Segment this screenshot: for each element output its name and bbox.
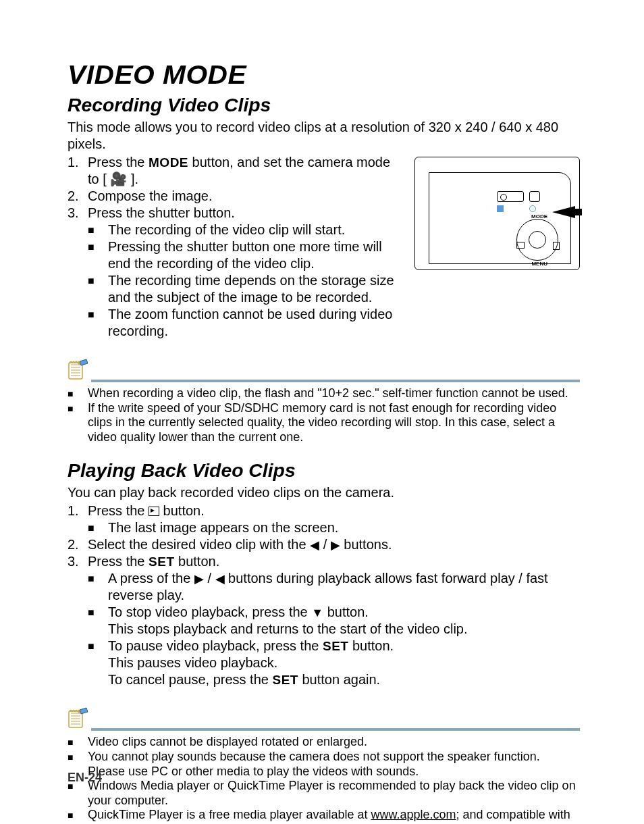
right-arrow-icon: ▶ [194, 572, 204, 586]
section-heading-playback: Playing Back Video Clips [68, 461, 606, 482]
step-text: Press the [88, 155, 149, 170]
left-arrow-icon: ◀ [215, 572, 225, 586]
set-button-label: SET [323, 639, 348, 653]
playback-icon [149, 507, 159, 516]
bullet-text: button again. [298, 672, 380, 687]
sub-bullet: A press of the ▶ / ◀ buttons during play… [88, 570, 580, 604]
mode-button-label: MODE [149, 155, 188, 170]
bullet-text: button. [323, 604, 369, 619]
camera-diagram: MODE MENU [414, 157, 580, 270]
pointer-arrow-icon [552, 206, 575, 218]
note-item: You cannot play sounds because the camer… [68, 750, 580, 779]
step-text: button. [159, 503, 205, 518]
sub-bullet: The recording time depends on the storag… [88, 272, 401, 306]
bullet-text: To stop video playback, press the [108, 604, 311, 619]
page-title: VIDEO MODE [68, 61, 616, 90]
step-2: 2. Select the desired video clip with th… [68, 536, 580, 553]
sub-bullet: The recording of the video clip will sta… [88, 222, 401, 238]
step3-sub-bullets: The recording of the video clip will sta… [88, 222, 401, 340]
flash-icon [529, 191, 540, 202]
left-arrow-icon: ◀ [310, 538, 319, 552]
menu-label: MENU [531, 261, 547, 267]
lens-icon [529, 205, 536, 212]
right-arrow-icon: ▶ [331, 538, 340, 552]
dial-center-icon [529, 231, 546, 249]
note-item: QuickTime Player is a free media player … [68, 808, 580, 824]
note-item: When recording a video clip, the flash a… [68, 386, 580, 401]
bullet-text: A press of the [108, 571, 194, 586]
step-number: 3. [68, 205, 79, 222]
step-text: Press the shutter button. [88, 205, 235, 220]
step-1: 1. Press the button. The last image appe… [68, 503, 580, 536]
step-text: ]. [127, 172, 138, 186]
sub-bullet: To pause video playback, press the SET b… [88, 638, 580, 688]
step-text: button. [175, 554, 220, 569]
playback-steps: 1. Press the button. The last image appe… [68, 503, 580, 688]
bullet-text: This pauses video playback. [108, 655, 277, 670]
note-notepad-icon [68, 359, 88, 380]
section-heading-recording: Recording Video Clips [68, 95, 606, 116]
set-button-label: SET [149, 555, 174, 569]
step-number: 2. [68, 188, 79, 205]
note-item: Windows Media player or QuickTime Player… [68, 779, 580, 808]
step-text: Press the [88, 554, 149, 569]
recording-steps: 1. Press the MODE button, and set the ca… [68, 154, 401, 340]
dial-icon [516, 219, 558, 261]
note-divider [91, 380, 580, 382]
trash-icon [553, 242, 560, 250]
section2-notes: Video clips cannot be displayed rotated … [68, 735, 580, 824]
step-text: Press the [88, 503, 149, 518]
step-2: 2. Compose the image. [68, 188, 401, 205]
sub-bullet: To stop video playback, press the ▼ butt… [88, 604, 580, 638]
svg-rect-1 [69, 711, 82, 727]
note-item: If the write speed of your SD/SDHC memor… [68, 401, 580, 445]
apple-link[interactable]: www.apple.com [371, 808, 456, 821]
step-1: 1. Press the MODE button, and set the ca… [68, 154, 401, 188]
step-3: 3. Press the shutter button. The recordi… [68, 205, 401, 340]
sub-bullet: Pressing the shutter button one more tim… [88, 238, 401, 272]
camera-body: MODE MENU [429, 172, 571, 264]
bullet-text: button. [348, 638, 394, 653]
note-text: QuickTime Player is a free media player … [88, 808, 371, 821]
step-number: 1. [68, 503, 79, 519]
step-number: 1. [68, 154, 79, 171]
set-button-label: SET [272, 673, 298, 687]
note-item: Video clips cannot be displayed rotated … [68, 735, 580, 750]
note-divider [91, 728, 580, 731]
indicator-icon [497, 205, 504, 212]
note-notepad-icon [68, 707, 88, 729]
video-mode-icon: 🎥 [110, 172, 127, 186]
bullet-text: To pause video playback, press the [108, 638, 323, 653]
bullet-text: This stops playback and returns to the s… [108, 621, 468, 636]
page-number: EN-24 [68, 771, 102, 785]
step-number: 3. [68, 553, 79, 570]
step-text: buttons. [340, 537, 392, 552]
svg-rect-0 [69, 363, 82, 379]
bullet-text: To cancel pause, press the [108, 672, 272, 687]
play-icon [516, 242, 525, 249]
step-3: 3. Press the SET button. A press of the … [68, 553, 580, 688]
viewfinder-icon [497, 191, 524, 202]
section2-intro: You can play back recorded video clips o… [68, 484, 580, 501]
step-text: Select the desired video clip with the [88, 537, 310, 552]
sub-bullet: The zoom function cannot be used during … [88, 306, 401, 340]
sub-bullet: The last image appears on the screen. [88, 519, 580, 536]
step-number: 2. [68, 536, 79, 553]
step-text: Compose the image. [88, 188, 213, 203]
section1-notes: When recording a video clip, the flash a… [68, 386, 580, 444]
down-arrow-icon: ▼ [311, 606, 323, 619]
section1-intro: This mode allows you to record video cli… [68, 119, 580, 153]
